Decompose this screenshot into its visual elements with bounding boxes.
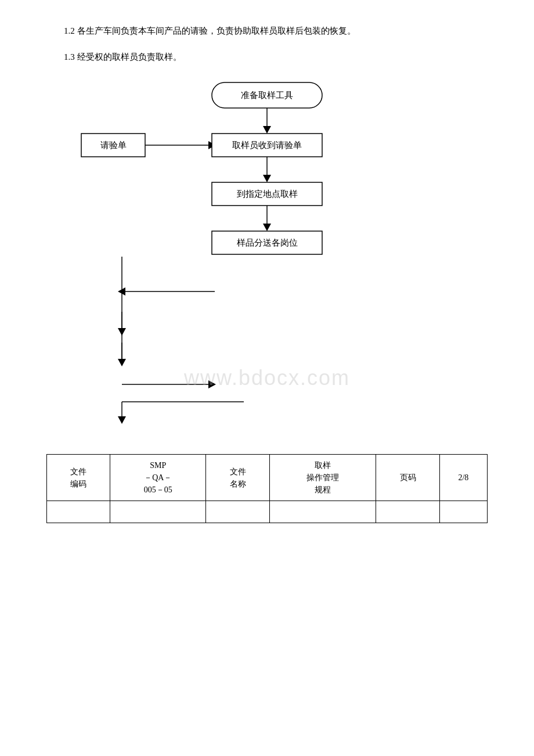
svg-marker-17: [118, 328, 126, 336]
footer-cell-doc-name-label: 文件 名称: [206, 455, 269, 501]
page: 1.2 各生产车间负责本车间产品的请验，负责协助取样员取样后包装的恢复。 1.3…: [0, 0, 534, 756]
footer-row2-col2: [110, 501, 206, 523]
footer-table: 文件 编码 SMP －QA－ 005－05 文件 名称 取样 操作管理 规程 页…: [46, 454, 488, 523]
footer-row2-col5: [376, 501, 439, 523]
footer-cell-doc-code: 文件 编码: [47, 455, 110, 501]
flowchart-diagram: 准备取样工具 请验单 取样员收到请验单 到指定地点取样 样品分送各岗位: [64, 77, 470, 437]
footer-cell-doc-name-value: 取样 操作管理 规程: [269, 455, 376, 501]
step3-label: 到指定地点取样: [237, 189, 298, 199]
footer-cell-page-value: 2/8: [439, 455, 487, 501]
footer-row2-col6: [439, 501, 487, 523]
svg-marker-21: [208, 380, 216, 388]
svg-marker-24: [118, 416, 126, 424]
svg-marker-8: [263, 175, 271, 182]
svg-marker-19: [118, 359, 126, 366]
paragraph-1-3: 1.3 经受权的取样员负责取样。: [46, 49, 488, 65]
svg-marker-11: [263, 224, 271, 231]
paragraph-1-2: 1.2 各生产车间负责本车间产品的请验，负责协助取样员取样后包装的恢复。: [46, 23, 488, 39]
svg-marker-2: [263, 126, 271, 134]
step2-left-label: 请验单: [100, 141, 127, 150]
footer-row2-col4: [269, 501, 376, 523]
step2-right-label: 取样员收到请验单: [232, 141, 302, 150]
footer-cell-smp-code: SMP －QA－ 005－05: [110, 455, 206, 501]
footer-row2-col1: [47, 501, 110, 523]
step4-label: 样品分送各岗位: [237, 238, 298, 247]
step1-label: 准备取样工具: [241, 91, 293, 100]
footer-row2-col3: [206, 501, 269, 523]
footer-cell-page-label: 页码: [376, 455, 439, 501]
